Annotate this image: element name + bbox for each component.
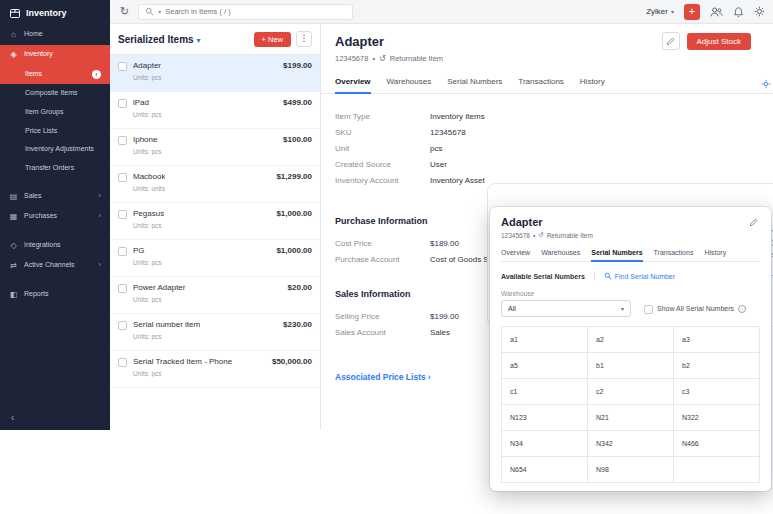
list-item[interactable]: PG Units: pcs $1,000.00 bbox=[110, 240, 320, 277]
item-checkbox[interactable] bbox=[118, 321, 127, 330]
pencil-icon bbox=[749, 218, 758, 227]
search-scope-caret-icon[interactable]: ▾ bbox=[158, 9, 161, 15]
app-title: Inventory bbox=[26, 8, 67, 18]
tab-transactions[interactable]: Transactions bbox=[654, 246, 694, 261]
associated-price-lists-link[interactable]: Associated Price Lists › bbox=[335, 372, 431, 382]
sidebar-item-inventory[interactable]: ◈ Inventory bbox=[0, 45, 110, 65]
pencil-icon bbox=[666, 37, 675, 46]
search-icon bbox=[604, 272, 612, 280]
org-selector[interactable]: Zylker ▾ bbox=[646, 7, 674, 16]
sidebar-item-active-channels[interactable]: ⇄ Active Channels › bbox=[0, 256, 110, 276]
item-checkbox[interactable] bbox=[118, 99, 127, 108]
overlay-title: Adapter bbox=[501, 216, 543, 228]
tab-warehouses[interactable]: Warehouses bbox=[541, 246, 580, 261]
tab-transactions[interactable]: Transactions bbox=[518, 72, 564, 93]
settings-gear-icon[interactable] bbox=[754, 6, 765, 17]
bullet-separator: • bbox=[372, 54, 375, 63]
edit-item-button[interactable] bbox=[749, 218, 760, 227]
info-icon[interactable]: i bbox=[738, 305, 746, 313]
show-all-serials-checkbox[interactable] bbox=[644, 305, 653, 314]
list-item[interactable]: Macbook Units: units $1,299.00 bbox=[110, 166, 320, 203]
available-serials-heading: Available Serial Numbers bbox=[501, 273, 585, 280]
item-price: $1,000.00 bbox=[276, 209, 312, 218]
sidebar-item-items[interactable]: Items › bbox=[0, 65, 110, 84]
sidebar-item-inventory-adjustments[interactable]: Inventory Adjustments bbox=[0, 140, 110, 159]
list-header: Serialized Items ▾ + New ⋮ bbox=[110, 24, 320, 54]
serial-row: N654 N98 bbox=[502, 457, 760, 483]
global-search[interactable]: ▾ bbox=[138, 4, 353, 20]
returnable-label: Returnable Item bbox=[547, 232, 593, 239]
tab-history[interactable]: History bbox=[580, 72, 605, 93]
list-item[interactable]: Pegasus Units: pcs $1,000.00 bbox=[110, 203, 320, 240]
item-checkbox[interactable] bbox=[118, 62, 127, 71]
tab-warehouses[interactable]: Warehouses bbox=[387, 72, 432, 93]
list-item[interactable]: Serial Tracked Item - Phone Units: pcs $… bbox=[110, 351, 320, 388]
list-item[interactable]: Iphone Units: pcs $100.00 bbox=[110, 129, 320, 166]
sidebar-item-home[interactable]: ⌂ Home bbox=[0, 25, 110, 45]
list-item[interactable]: iPad Units: pcs $499.00 bbox=[110, 92, 320, 129]
integrations-icon: ◇ bbox=[9, 241, 18, 251]
sidebar-item-purchases[interactable]: ▦ Purchases › bbox=[0, 207, 110, 227]
serial-cell: N98 bbox=[588, 457, 674, 483]
inventory-icon: ◈ bbox=[9, 50, 18, 60]
item-checkbox[interactable] bbox=[118, 210, 127, 219]
new-item-button[interactable]: + New bbox=[254, 32, 291, 47]
item-name: Macbook bbox=[133, 172, 165, 181]
page-title: Adapter bbox=[335, 34, 384, 49]
item-checkbox[interactable] bbox=[118, 247, 127, 256]
item-name: Pegasus bbox=[133, 209, 164, 218]
sidebar-item-item-groups[interactable]: Item Groups bbox=[0, 103, 110, 122]
search-icon bbox=[145, 7, 154, 16]
tab-settings-icon[interactable] bbox=[761, 79, 771, 89]
search-input[interactable] bbox=[165, 7, 346, 16]
list-item[interactable]: Adapter Units: pcs $199.00 bbox=[110, 55, 320, 92]
serial-cell: N466 bbox=[674, 431, 760, 457]
sidebar-item-price-lists[interactable]: Price Lists bbox=[0, 122, 110, 141]
list-view-selector[interactable]: Serialized Items ▾ bbox=[118, 34, 200, 45]
edit-item-button[interactable] bbox=[662, 32, 680, 50]
item-name: Adapter bbox=[133, 61, 162, 70]
item-price: $1,299.00 bbox=[276, 172, 312, 181]
serial-row: a5 b1 b2 bbox=[502, 353, 760, 379]
item-units: Units: units bbox=[133, 185, 165, 192]
item-name: Power Adapter bbox=[133, 283, 185, 292]
tab-serial-numbers[interactable]: Serial Numbers bbox=[447, 72, 502, 93]
item-units: Units: pcs bbox=[133, 259, 162, 266]
list-item[interactable]: Power Adapter Units: pcs $20.00 bbox=[110, 277, 320, 314]
adjust-stock-button[interactable]: Adjust Stock bbox=[687, 33, 751, 50]
sidebar-item-integrations[interactable]: ◇ Integrations bbox=[0, 236, 110, 256]
tab-history[interactable]: History bbox=[704, 246, 726, 261]
item-checkbox[interactable] bbox=[118, 173, 127, 182]
quick-create-button[interactable]: + bbox=[684, 4, 700, 20]
item-units: Units: pcs bbox=[133, 296, 185, 303]
notifications-bell-icon[interactable] bbox=[733, 6, 744, 18]
tab-serial-numbers[interactable]: Serial Numbers bbox=[591, 246, 642, 262]
item-units: Units: pcs bbox=[133, 333, 200, 340]
app-logo[interactable]: Inventory bbox=[0, 0, 110, 25]
serial-cell: a2 bbox=[588, 327, 674, 353]
users-icon[interactable] bbox=[710, 6, 723, 18]
tab-overview[interactable]: Overview bbox=[501, 246, 530, 261]
returnable-icon: ↺ bbox=[538, 231, 543, 239]
sidebar: Inventory ⌂ Home ◈ Inventory Items › Com… bbox=[0, 0, 110, 430]
divider bbox=[594, 271, 595, 281]
sidebar-item-reports[interactable]: ◧ Reports bbox=[0, 285, 110, 305]
sidebar-item-transfer-orders[interactable]: Transfer Orders bbox=[0, 159, 110, 178]
tab-overview[interactable]: Overview bbox=[335, 72, 371, 94]
item-checkbox[interactable] bbox=[118, 284, 127, 293]
serial-cell: c2 bbox=[588, 379, 674, 405]
list-item[interactable]: Serial number item Units: pcs $230.00 bbox=[110, 314, 320, 351]
item-units: Units: pcs bbox=[133, 148, 162, 155]
sidebar-item-composite-items[interactable]: Composite Items bbox=[0, 84, 110, 103]
items-list-panel: Serialized Items ▾ + New ⋮ Adapter Units… bbox=[110, 24, 321, 430]
chevron-right-icon: › bbox=[98, 261, 101, 269]
refresh-icon[interactable]: ↻ bbox=[120, 6, 129, 17]
reports-icon: ◧ bbox=[9, 290, 18, 300]
warehouse-select[interactable]: All ▾ bbox=[501, 300, 631, 317]
sidebar-item-sales[interactable]: ▤ Sales › bbox=[0, 187, 110, 207]
item-checkbox[interactable] bbox=[118, 358, 127, 367]
find-serial-number-link[interactable]: Find Serial Number bbox=[604, 272, 675, 280]
list-more-menu-button[interactable]: ⋮ bbox=[296, 31, 312, 47]
sidebar-collapse-button[interactable]: ‹ bbox=[0, 405, 110, 430]
item-checkbox[interactable] bbox=[118, 136, 127, 145]
